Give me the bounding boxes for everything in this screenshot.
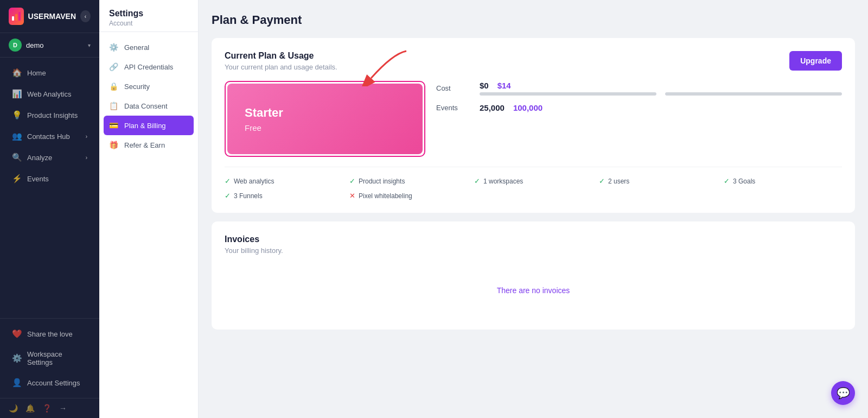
sidebar-item-web-analytics[interactable]: 📊 Web Analytics bbox=[3, 84, 96, 104]
workspace-name: demo bbox=[26, 41, 84, 49]
sidebar-item-analyze-label: Analyze bbox=[27, 154, 52, 162]
features-grid: ✓ Web analytics ✓ Product insights ✓ 1 w… bbox=[225, 167, 842, 200]
svg-rect-2 bbox=[18, 12, 21, 21]
feature-check-icon: ✓ bbox=[599, 177, 605, 185]
sidebar-item-web-analytics-label: Web Analytics bbox=[27, 90, 71, 98]
sidebar-item-events-label: Events bbox=[27, 175, 49, 183]
secondary-nav-plan-billing[interactable]: 💳 Plan & Billing bbox=[104, 116, 194, 135]
sidebar-item-share-love[interactable]: ❤️ Share the love bbox=[3, 324, 96, 344]
sidebar-item-account-settings-label: Account Settings bbox=[27, 379, 80, 387]
feature-goals-label: 3 Goals bbox=[733, 178, 755, 185]
cost-progress-bar-paid bbox=[665, 92, 842, 96]
feature-workspaces-label: 1 workspaces bbox=[483, 178, 523, 185]
heart-icon: ❤️ bbox=[12, 329, 22, 339]
secondary-nav-security-label: Security bbox=[124, 83, 150, 91]
secondary-nav-api-credentials[interactable]: 🔗 API Credentials bbox=[99, 57, 198, 77]
cost-progress-paid bbox=[665, 92, 842, 96]
theme-toggle-icon[interactable]: 🌙 bbox=[9, 404, 18, 413]
contacts-hub-icon: 👥 bbox=[12, 131, 22, 141]
plan-billing-icon: 💳 bbox=[109, 121, 119, 130]
feature-product-insights-label: Product insights bbox=[359, 178, 405, 185]
feature-funnels-label: 3 Funnels bbox=[234, 192, 263, 200]
cost-free-value: $0 bbox=[480, 81, 489, 90]
secondary-nav-security[interactable]: 🔒 Security bbox=[99, 77, 198, 96]
sidebar-item-product-insights[interactable]: 💡 Product Insights bbox=[3, 105, 96, 125]
feature-web-analytics: ✓ Web analytics bbox=[225, 177, 343, 185]
sidebar-nav: 🏠 Home 📊 Web Analytics 💡 Product Insight… bbox=[0, 58, 99, 318]
cost-values: $0 $14 bbox=[480, 81, 842, 96]
main-content: Plan & Payment Current Plan & Usage Your… bbox=[199, 0, 868, 418]
secondary-sidebar: Settings Account ⚙️ General 🔗 API Creden… bbox=[99, 0, 199, 418]
sidebar-footer: 🌙 🔔 ❓ → bbox=[0, 398, 99, 418]
feature-funnels: ✓ 3 Funnels bbox=[225, 192, 343, 200]
workspace-settings-icon: ⚙️ bbox=[12, 353, 22, 363]
secondary-nav-general[interactable]: ⚙️ General bbox=[99, 37, 198, 57]
sidebar-item-workspace-settings[interactable]: ⚙️ Workspace Settings bbox=[3, 345, 96, 372]
events-free-value: 25,000 bbox=[480, 103, 505, 112]
notifications-icon[interactable]: 🔔 bbox=[25, 404, 35, 413]
feature-check-icon: ✓ bbox=[474, 177, 480, 185]
api-credentials-icon: 🔗 bbox=[109, 62, 119, 71]
plan-card: Starter Free bbox=[227, 84, 423, 154]
upgrade-button[interactable]: Upgrade bbox=[789, 51, 842, 71]
feature-check-icon: ✓ bbox=[724, 177, 730, 185]
plan-name: Starter bbox=[245, 106, 405, 120]
secondary-nav-data-consent[interactable]: 📋 Data Consent bbox=[99, 96, 198, 116]
workspace-chevron-icon: ▾ bbox=[88, 42, 91, 48]
plan-card-highlight: Starter Free bbox=[225, 81, 425, 157]
sidebar-item-share-love-label: Share the love bbox=[27, 330, 73, 338]
sidebar-item-contacts-hub[interactable]: 👥 Contacts Hub › bbox=[3, 126, 96, 147]
secondary-nav-refer-earn[interactable]: 🎁 Refer & Earn bbox=[99, 135, 198, 155]
security-icon: 🔒 bbox=[109, 82, 119, 91]
secondary-header: Settings Account bbox=[99, 0, 198, 32]
svg-rect-0 bbox=[12, 16, 14, 21]
help-icon[interactable]: ❓ bbox=[42, 404, 52, 413]
invoices-title: Invoices bbox=[225, 235, 842, 244]
feature-web-analytics-label: Web analytics bbox=[234, 178, 274, 185]
contacts-hub-arrow-icon: › bbox=[86, 134, 87, 140]
web-analytics-icon: 📊 bbox=[12, 89, 22, 99]
feature-x-icon: ✕ bbox=[349, 192, 355, 200]
sidebar-item-workspace-settings-label: Workspace Settings bbox=[27, 350, 87, 366]
invoices-empty-message: There are no invoices bbox=[225, 264, 842, 316]
page-title: Plan & Payment bbox=[212, 13, 855, 27]
data-consent-icon: 📋 bbox=[109, 102, 119, 110]
sidebar-item-account-settings[interactable]: 👤 Account Settings bbox=[3, 372, 96, 393]
feature-goals: ✓ 3 Goals bbox=[724, 177, 842, 185]
sidebar-bottom: ❤️ Share the love ⚙️ Workspace Settings … bbox=[0, 318, 99, 398]
product-insights-icon: 💡 bbox=[12, 110, 22, 120]
logo-area: USERMAVEN ‹ bbox=[0, 0, 99, 33]
sidebar-collapse-button[interactable]: ‹ bbox=[80, 10, 91, 22]
invoices-subtitle: Your billing history. bbox=[225, 246, 842, 255]
workspace-avatar: D bbox=[9, 39, 22, 52]
sidebar-item-analyze[interactable]: 🔍 Analyze › bbox=[3, 147, 96, 168]
logo-icon bbox=[9, 8, 24, 25]
events-label: Events bbox=[436, 104, 480, 112]
workspace-selector[interactable]: D demo ▾ bbox=[0, 33, 99, 58]
logout-icon[interactable]: → bbox=[59, 404, 67, 413]
feature-users: ✓ 2 users bbox=[599, 177, 717, 185]
secondary-sidebar-title: Settings bbox=[109, 9, 188, 18]
chat-icon: 💬 bbox=[837, 387, 850, 400]
sidebar-item-home-label: Home bbox=[27, 69, 46, 77]
sidebar-item-events[interactable]: ⚡ Events bbox=[3, 168, 96, 189]
sidebar-item-home[interactable]: 🏠 Home bbox=[3, 62, 96, 83]
feature-pixel-whitelabeling-label: Pixel whitelabeling bbox=[359, 192, 412, 200]
plan-details: Cost $0 $14 bbox=[436, 81, 842, 112]
secondary-nav-data-consent-label: Data Consent bbox=[124, 102, 168, 110]
feature-check-icon: ✓ bbox=[225, 192, 231, 200]
sidebar-item-contacts-hub-label: Contacts Hub bbox=[27, 132, 70, 141]
plan-type: Free bbox=[245, 123, 405, 132]
current-plan-subtitle: Your current plan and usage details. bbox=[225, 63, 842, 71]
current-plan-card: Current Plan & Usage Your current plan a… bbox=[212, 38, 855, 213]
events-icon: ⚡ bbox=[12, 174, 22, 183]
cost-progress-row bbox=[480, 92, 842, 96]
feature-users-label: 2 users bbox=[608, 178, 629, 185]
feature-pixel-whitelabeling: ✕ Pixel whitelabeling bbox=[349, 192, 468, 200]
logo-text: USERMAVEN bbox=[28, 12, 76, 21]
left-sidebar: USERMAVEN ‹ D demo ▾ 🏠 Home 📊 Web Analyt… bbox=[0, 0, 99, 418]
events-row: Events 25,000 100,000 bbox=[436, 103, 842, 112]
cost-progress-bar-free bbox=[480, 92, 656, 96]
chat-fab-button[interactable]: 💬 bbox=[831, 381, 855, 405]
analyze-icon: 🔍 bbox=[12, 153, 22, 162]
